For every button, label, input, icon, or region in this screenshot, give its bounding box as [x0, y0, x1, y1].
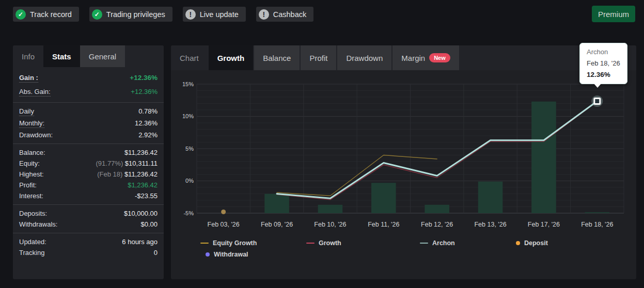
tooltip-value: 12.36%	[587, 71, 620, 78]
stat-row-balance: Balance:$11,236.42	[13, 147, 164, 158]
x-axis-tick-label: Feb 13, '26	[467, 221, 514, 228]
stat-value: -$23.55	[135, 192, 158, 200]
tab-label: Growth	[217, 54, 245, 62]
tab-balance[interactable]: Balance	[254, 45, 300, 70]
stat-value: +12.36%	[130, 74, 158, 82]
legend-swatch-line	[420, 243, 428, 244]
stat-row-highest: Highest:(Feb 18) $11,236.42	[13, 169, 164, 180]
y-axis-tick-label: 15%	[171, 81, 194, 87]
stat-label[interactable]: Monthly:	[19, 119, 44, 128]
tab-label: Drawdown	[346, 54, 383, 62]
status-badge-live-update[interactable]: !Live update	[183, 7, 246, 22]
bar-feb-18-26[interactable]	[585, 212, 610, 213]
stat-row-deposits: Deposits:$10,000.00	[13, 208, 164, 219]
legend-item-deposit[interactable]: Deposit	[516, 239, 548, 247]
bar-feb-17-26[interactable]	[531, 102, 556, 213]
stats-tabs: InfoStatsGeneral	[13, 45, 164, 67]
stat-value: 2.92%	[138, 131, 158, 139]
legend-label: Withdrawal	[214, 251, 248, 258]
status-badge-trading-privileges[interactable]: ✓Trading privileges	[89, 7, 172, 22]
legend-item-growth[interactable]: Growth	[306, 239, 341, 247]
stats-panel: InfoStatsGeneral Gain :+12.36%Abs. Gain:…	[13, 45, 164, 279]
y-axis-tick-label: 10%	[171, 113, 194, 119]
stat-label: Interest:	[19, 192, 43, 200]
growth-chart[interactable]	[197, 84, 624, 213]
legend-label: Deposit	[524, 239, 548, 247]
tab-info[interactable]: Info	[13, 45, 43, 67]
bar-feb-09-26[interactable]	[264, 194, 289, 214]
stat-row-equity: Equity:(91.77%) $10,311.11	[13, 158, 164, 169]
stats-group: Updated:6 hours agoTracking0	[13, 233, 164, 261]
bar-feb-13-26[interactable]	[478, 182, 503, 213]
tab-label: Profit	[309, 54, 327, 62]
stat-row-abs-gain: Abs. Gain:+12.36%	[13, 85, 164, 99]
bar-feb-10-26[interactable]	[318, 205, 343, 213]
tab-chart[interactable]: Chart	[171, 45, 208, 70]
x-axis-tick-label: Feb 17, '26	[520, 221, 568, 228]
point-marker[interactable]	[594, 99, 600, 104]
stat-value: 12.36%	[135, 119, 158, 127]
stat-row-withdrawals: Withdrawals:$0.00	[13, 219, 164, 230]
stat-label: Equity:	[19, 159, 40, 167]
stat-value: +12.36%	[131, 88, 158, 95]
status-badges: ✓Track record✓Trading privileges!Live up…	[13, 7, 313, 22]
stat-row-updated: Updated:6 hours ago	[13, 236, 164, 247]
legend-item-equity-growth[interactable]: Equity Growth	[200, 239, 257, 247]
legend-swatch-dot	[516, 241, 520, 245]
x-axis-tick-label: Feb 10, '26	[306, 221, 354, 228]
tab-growth[interactable]: Growth	[209, 45, 254, 70]
status-badge-label: Cashback	[273, 10, 306, 19]
status-badge-label: Trading privileges	[106, 10, 165, 19]
legend-label: Equity Growth	[213, 239, 257, 247]
stat-label: Drawdown:	[19, 131, 53, 139]
stat-row-drawdown: Drawdown:2.92%	[13, 130, 164, 140]
stat-row-tracking: Tracking0	[13, 247, 164, 258]
y-axis-tick-label: 5%	[171, 146, 194, 152]
stat-value: (91.77%) $10,311.11	[96, 159, 158, 167]
stat-value: 0.78%	[138, 107, 158, 115]
stat-row-daily: Daily0.78%	[13, 106, 164, 118]
tab-general[interactable]: General	[80, 45, 125, 67]
stat-label[interactable]: Abs. Gain:	[19, 88, 51, 97]
x-axis-tick-label: Feb 12, '26	[413, 221, 461, 228]
stat-value-prefix: (91.77%)	[96, 159, 124, 167]
legend-item-withdrawal[interactable]: Withdrawal	[206, 251, 248, 258]
check-icon: ✓	[15, 9, 26, 20]
stat-label: Balance:	[19, 149, 45, 156]
stat-label: Updated:	[19, 238, 46, 246]
y-axis-tick-label: 0%	[171, 178, 194, 184]
status-badge-label: Track record	[30, 10, 72, 19]
stat-row-profit: Profit:$1,236.42	[13, 180, 164, 190]
tab-drawdown[interactable]: Drawdown	[337, 45, 391, 70]
tab-margin[interactable]: MarginNew	[392, 45, 459, 70]
stat-value: $1,236.42	[128, 181, 158, 189]
status-badge-cashback[interactable]: !Cashback	[256, 7, 313, 22]
new-badge: New	[429, 53, 450, 62]
tab-profit[interactable]: Profit	[301, 45, 336, 70]
stat-label[interactable]: Gain :	[19, 74, 38, 83]
chart-panel: ChartGrowthBalanceProfitDrawdownMarginNe…	[171, 45, 636, 279]
stat-label: Withdrawals:	[19, 220, 57, 228]
stats-group: Deposits:$10,000.00Withdrawals:$0.00	[13, 205, 164, 233]
status-badge-track-record[interactable]: ✓Track record	[13, 7, 79, 22]
tab-label: Chart	[180, 54, 199, 62]
check-icon: ✓	[92, 9, 102, 20]
stat-value: $0.00	[140, 220, 158, 228]
x-axis-tick-label: Feb 03, '26	[200, 221, 247, 228]
bar-feb-12-26[interactable]	[425, 205, 449, 213]
stats-body: Gain :+12.36%Abs. Gain:+12.36%Daily0.78%…	[13, 67, 164, 261]
tab-stats[interactable]: Stats	[43, 45, 80, 67]
deposit-point[interactable]	[221, 210, 226, 214]
stat-label[interactable]: Daily	[19, 107, 34, 116]
tab-label: Balance	[263, 54, 291, 62]
tab-label: Stats	[52, 52, 71, 61]
bar-feb-11-26[interactable]	[371, 183, 396, 213]
premium-button[interactable]: Premium	[592, 6, 635, 22]
legend-label: Growth	[319, 239, 341, 247]
legend-item-archon[interactable]: Archon	[420, 239, 455, 247]
stat-value: 0	[154, 249, 158, 257]
exclamation-icon: !	[259, 9, 269, 20]
legend-swatch-dot	[206, 252, 210, 257]
exclamation-icon: !	[185, 9, 196, 20]
chart-tabs: ChartGrowthBalanceProfitDrawdownMarginNe…	[171, 45, 636, 70]
